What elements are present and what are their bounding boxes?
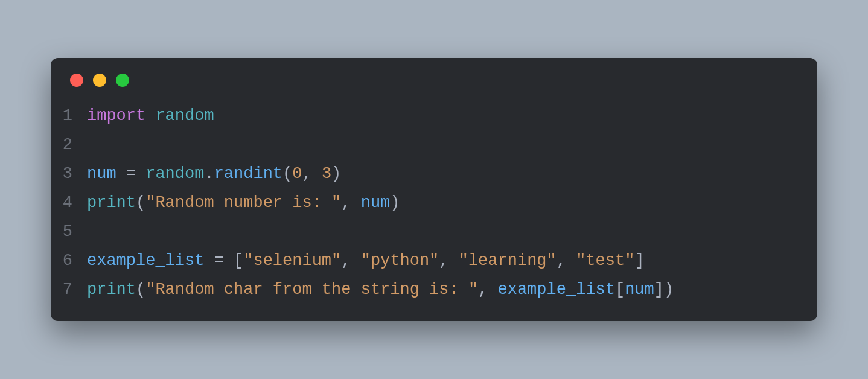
punct-token: ,	[302, 165, 311, 183]
variable-token: num	[361, 194, 391, 212]
operator-token: =	[126, 165, 136, 183]
code-line: 2	[51, 130, 817, 159]
line-number: 3	[51, 159, 87, 188]
punct-token: ,	[341, 194, 351, 212]
builtin-token: print	[87, 194, 136, 212]
code-line: 7 print("Random char from the string is:…	[51, 275, 817, 304]
string-token: "test"	[576, 252, 634, 270]
line-content: print("Random char from the string is: "…	[87, 275, 674, 304]
code-line: 3 num = random.randint(0, 3)	[51, 159, 817, 188]
line-content: import random	[87, 101, 214, 130]
code-editor[interactable]: 1 import random 2 3 num = random.randint…	[51, 101, 817, 304]
line-number: 5	[51, 217, 87, 246]
traffic-lights	[51, 74, 817, 101]
line-number: 7	[51, 275, 87, 304]
variable-token: example_list	[498, 281, 615, 299]
line-content: example_list = ["selenium", "python", "l…	[87, 246, 645, 275]
module-token: random	[145, 165, 204, 183]
string-token: "python"	[361, 252, 439, 270]
code-line: 6 example_list = ["selenium", "python", …	[51, 246, 817, 275]
punct-token: ,	[478, 281, 488, 299]
code-line: 4 print("Random number is: ", num)	[51, 188, 817, 217]
code-window: 1 import random 2 3 num = random.randint…	[51, 58, 817, 321]
punct-token: )	[331, 165, 341, 183]
variable-token: num	[87, 165, 116, 183]
punct-token: ,	[341, 252, 351, 270]
line-number: 6	[51, 246, 87, 275]
line-content: num = random.randint(0, 3)	[87, 159, 341, 188]
line-number: 2	[51, 130, 87, 159]
string-token: "Random number is: "	[145, 194, 341, 212]
punct-token: ]	[634, 252, 644, 270]
close-icon[interactable]	[70, 74, 83, 87]
string-token: "selenium"	[243, 252, 341, 270]
variable-token: example_list	[87, 252, 204, 270]
punct-token: )	[390, 194, 400, 212]
punct-token: .	[204, 165, 214, 183]
string-token: "learning"	[459, 252, 557, 270]
punct-token: (	[136, 194, 145, 212]
number-token: 0	[292, 165, 302, 183]
string-token: "Random char from the string is: "	[145, 281, 478, 299]
punct-token: ,	[439, 252, 448, 270]
maximize-icon[interactable]	[116, 74, 129, 87]
punct-token: )	[664, 281, 674, 299]
code-line: 1 import random	[51, 101, 817, 130]
punct-token: ,	[557, 252, 566, 270]
module-token: random	[155, 107, 214, 125]
punct-token: [	[234, 252, 243, 270]
keyword-token: import	[87, 107, 145, 125]
minimize-icon[interactable]	[93, 74, 106, 87]
punct-token: [	[615, 281, 625, 299]
builtin-token: print	[87, 281, 136, 299]
code-line: 5	[51, 217, 817, 246]
variable-token: num	[625, 281, 654, 299]
call-token: randint	[214, 165, 282, 183]
line-number: 4	[51, 188, 87, 217]
line-number: 1	[51, 101, 87, 130]
operator-token: =	[214, 252, 224, 270]
number-token: 3	[322, 165, 331, 183]
punct-token: ]	[654, 281, 664, 299]
punct-token: (	[282, 165, 292, 183]
punct-token: (	[136, 281, 145, 299]
line-content: print("Random number is: ", num)	[87, 188, 400, 217]
